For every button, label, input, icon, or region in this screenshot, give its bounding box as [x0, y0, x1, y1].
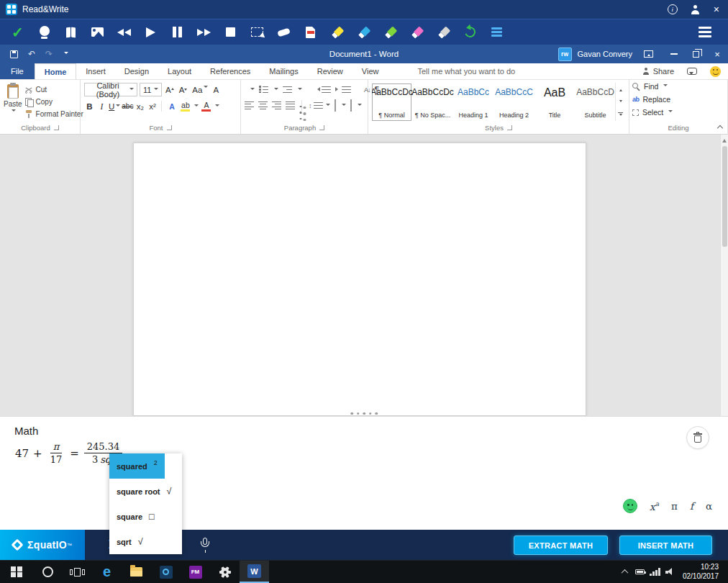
- restore-icon[interactable]: [685, 45, 706, 63]
- show-hidden-icons-button[interactable]: [617, 561, 632, 583]
- save-icon[interactable]: [10, 50, 18, 58]
- font-size-select[interactable]: 11: [140, 83, 162, 96]
- font-dialog-launcher-icon[interactable]: [167, 125, 172, 130]
- highlight-green-button[interactable]: [377, 19, 404, 45]
- vertical-scrollbar[interactable]: [720, 135, 728, 416]
- multilevel-list-button[interactable]: [283, 86, 292, 93]
- minimize-icon[interactable]: [663, 45, 685, 63]
- alpha-symbol-button[interactable]: α: [706, 500, 712, 512]
- task-view-button[interactable]: [63, 561, 92, 583]
- style-heading2[interactable]: AaBbCcCHeading 2: [494, 83, 534, 121]
- superscript-button[interactable]: x²: [147, 100, 158, 112]
- customize-qat-icon[interactable]: [64, 52, 68, 56]
- dropdown-item-square[interactable]: square□: [109, 504, 162, 529]
- highlight-blue-button[interactable]: [350, 19, 377, 45]
- rewind-button[interactable]: [111, 19, 137, 45]
- italic-button[interactable]: I: [96, 100, 107, 112]
- settings-button[interactable]: [210, 561, 240, 583]
- justify-button[interactable]: [286, 101, 295, 110]
- equatio-smiley-icon[interactable]: [623, 499, 637, 513]
- tab-mailings[interactable]: Mailings: [260, 63, 307, 79]
- tab-review[interactable]: Review: [308, 63, 352, 79]
- tab-file[interactable]: File: [0, 63, 35, 79]
- numbering-button[interactable]: [259, 86, 268, 93]
- vocabulary-list-button[interactable]: [483, 19, 510, 45]
- info-icon[interactable]: i: [668, 4, 678, 14]
- file-explorer-button[interactable]: [122, 561, 151, 583]
- math-equation[interactable]: 47 + π 17 = 245.34 3sq: [13, 441, 125, 465]
- account-icon[interactable]: [691, 5, 701, 14]
- style-title[interactable]: AaBTitle: [535, 83, 574, 121]
- copy-button[interactable]: Copy: [25, 96, 83, 108]
- clear-formatting-button[interactable]: A: [211, 86, 220, 94]
- replace-button[interactable]: abReplace: [632, 94, 724, 105]
- scroll-up-icon[interactable]: [722, 137, 727, 143]
- strikethrough-button[interactable]: abc: [122, 100, 133, 112]
- extract-math-button[interactable]: EXTRACT MATH: [514, 535, 608, 555]
- underline-button[interactable]: U: [109, 100, 120, 112]
- scroll-thumb[interactable]: [722, 146, 727, 247]
- clipboard-dialog-launcher-icon[interactable]: [54, 125, 59, 130]
- line-spacing-button[interactable]: ↕: [309, 102, 330, 109]
- word-close-icon[interactable]: ×: [706, 45, 728, 63]
- undo-icon[interactable]: ↶: [28, 49, 35, 59]
- ribbon-display-options-icon[interactable]: [644, 50, 653, 58]
- tell-me-box[interactable]: Tell me what you want to do: [406, 63, 515, 79]
- play-button[interactable]: [137, 19, 164, 45]
- pdf-reader-button[interactable]: [297, 19, 324, 45]
- dropdown-item-squared[interactable]: squared2: [109, 453, 165, 479]
- picture-dictionary-button[interactable]: [84, 19, 111, 45]
- fast-forward-button[interactable]: [191, 19, 217, 45]
- shading-button[interactable]: [335, 100, 336, 111]
- clock[interactable]: 10:23 02/10/2017: [683, 563, 719, 581]
- align-left-button[interactable]: [245, 101, 254, 110]
- edge-button[interactable]: e: [92, 561, 122, 583]
- tab-insert[interactable]: Insert: [76, 63, 115, 79]
- style-no-spacing[interactable]: AaBbCcDc¶ No Spac...: [413, 83, 452, 121]
- dictionary-button[interactable]: [58, 19, 84, 45]
- share-button[interactable]: Share: [642, 67, 674, 76]
- bold-button[interactable]: B: [84, 100, 95, 112]
- select-button[interactable]: Select: [632, 107, 724, 118]
- battery-tray-button[interactable]: [632, 561, 647, 583]
- styles-scrollbar[interactable]: [615, 83, 625, 121]
- format-painter-button[interactable]: Format Painter: [25, 108, 83, 120]
- align-center-button[interactable]: [258, 101, 268, 110]
- dropdown-item-square-root[interactable]: square root√: [109, 479, 178, 504]
- tab-design[interactable]: Design: [115, 63, 158, 79]
- collect-highlights-button[interactable]: [457, 19, 483, 45]
- insert-math-button[interactable]: INSERT MATH: [619, 535, 712, 555]
- font-family-select[interactable]: Calibri (Body): [84, 83, 137, 96]
- style-subtitle[interactable]: AaBbCcDSubtitle: [575, 83, 615, 121]
- readwrite-menu-button[interactable]: [691, 27, 718, 37]
- align-right-button[interactable]: [272, 101, 281, 110]
- decrease-indent-button[interactable]: [315, 86, 331, 93]
- fm-app-button[interactable]: FM: [181, 561, 210, 583]
- tab-view[interactable]: View: [352, 63, 388, 79]
- screen-mask-button[interactable]: [270, 19, 297, 45]
- prediction-button[interactable]: [31, 19, 58, 45]
- media-app-button[interactable]: [151, 561, 181, 583]
- function-symbol-button[interactable]: f: [690, 500, 693, 512]
- redo-icon[interactable]: ↷: [45, 49, 53, 59]
- check-it-button[interactable]: ✓: [4, 19, 31, 45]
- readwrite-close-icon[interactable]: ×: [714, 4, 719, 14]
- shrink-font-button[interactable]: A: [178, 86, 189, 94]
- screenshot-reader-button[interactable]: [244, 19, 270, 45]
- subscript-button[interactable]: x₂: [135, 100, 145, 112]
- paragraph-dialog-launcher-icon[interactable]: [319, 125, 324, 130]
- styles-dialog-launcher-icon[interactable]: [507, 125, 512, 130]
- style-heading1[interactable]: AaBbCcHeading 1: [454, 83, 493, 121]
- clear-highlights-button[interactable]: [430, 19, 457, 45]
- cortana-button[interactable]: [33, 561, 63, 583]
- font-color-button[interactable]: A: [200, 101, 212, 112]
- panel-drag-handle[interactable]: [350, 412, 378, 415]
- highlight-color-button[interactable]: ab: [179, 101, 191, 112]
- grow-font-button[interactable]: A: [164, 86, 176, 94]
- stop-button[interactable]: [217, 19, 244, 45]
- comments-icon[interactable]: [687, 68, 697, 75]
- tab-layout[interactable]: Layout: [158, 63, 201, 79]
- cut-button[interactable]: Cut: [25, 83, 83, 96]
- account-name[interactable]: Gavan Convery: [578, 50, 632, 58]
- increase-indent-button[interactable]: [335, 86, 351, 93]
